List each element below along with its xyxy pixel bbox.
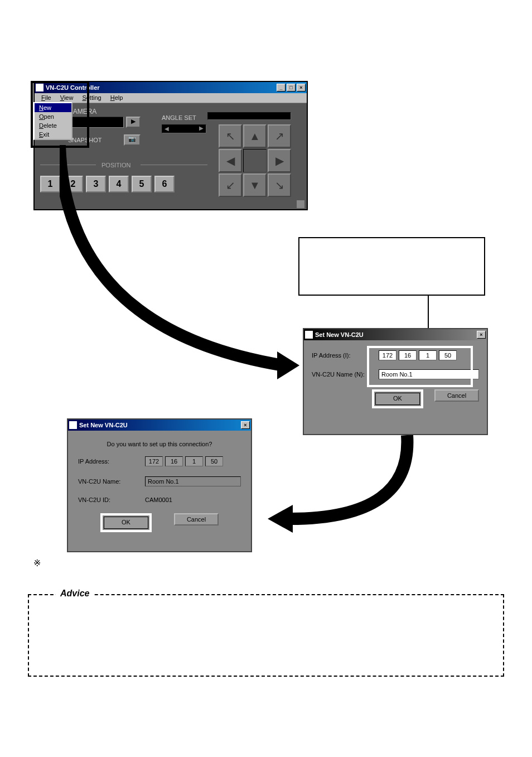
position-2[interactable]: 2	[63, 176, 83, 192]
name-label: VN-C2U Name:	[78, 478, 134, 485]
prompt-text: Do you want to set up this connection?	[78, 441, 241, 447]
app-icon	[69, 421, 77, 429]
dpad-center	[243, 149, 267, 172]
dialog-title: Set New VN-C2U	[315, 331, 364, 338]
menu-setting[interactable]: Setting	[78, 93, 105, 103]
controller-body: CAMERA ▶ SNAPSHOT 📷 ANGLE SET ◀▶ ↖ ▲ ↗ ◀…	[35, 103, 307, 210]
menubar: File View Setting Help	[35, 93, 307, 103]
dpad-right[interactable]: ▶	[268, 149, 291, 172]
position-buttons: 1 2 3 4 5 6	[40, 176, 175, 192]
set-new-dialog: Set New VN-C2U × IP Address (I): 172 16 …	[303, 328, 488, 435]
cancel-button[interactable]: Cancel	[434, 389, 479, 402]
svg-marker-1	[268, 505, 293, 533]
resize-grip[interactable]	[297, 200, 304, 208]
callout-box	[298, 237, 485, 296]
ok-button[interactable]: OK	[375, 393, 420, 405]
dpad-down[interactable]: ▼	[243, 173, 267, 197]
menu-delete[interactable]: Delete	[35, 121, 71, 130]
ip-display-4: 50	[205, 456, 223, 466]
menu-help[interactable]: Help	[106, 93, 128, 103]
name-input[interactable]: Room No.1	[379, 369, 479, 379]
dialog-title: Set New VN-C2U	[79, 422, 128, 428]
svg-marker-0	[277, 351, 299, 379]
advice-box	[28, 594, 504, 677]
ip-segment-4[interactable]: 50	[439, 350, 457, 360]
id-display: CAM0001	[145, 496, 172, 503]
angle-label: ANGLE SET	[162, 114, 196, 121]
minimize-button[interactable]: _	[277, 84, 286, 91]
angle-display	[207, 112, 291, 120]
divider	[141, 165, 207, 165]
divider	[40, 165, 96, 165]
flow-arrow-2	[262, 435, 418, 536]
app-icon	[305, 331, 313, 339]
name-display: Room No.1	[145, 476, 241, 486]
ok-highlight: OK	[372, 389, 423, 408]
menu-exit[interactable]: Exit	[35, 130, 71, 139]
close-button[interactable]: ×	[297, 84, 306, 91]
dpad-up-right[interactable]: ↗	[268, 124, 291, 148]
ip-label: IP Address:	[78, 458, 134, 465]
ok-button[interactable]: OK	[104, 517, 148, 529]
ip-display-3: 1	[185, 456, 203, 466]
position-3[interactable]: 3	[86, 176, 106, 192]
ip-segment-2[interactable]: 16	[399, 350, 417, 360]
menu-new[interactable]: New	[35, 103, 71, 112]
ok-highlight: OK	[100, 513, 152, 532]
close-button[interactable]: ×	[477, 331, 486, 339]
snapshot-button[interactable]: 📷	[124, 134, 141, 146]
file-dropdown: New Open Delete Exit	[33, 102, 72, 140]
titlebar: Set New VN-C2U ×	[304, 329, 487, 340]
position-label: POSITION	[101, 162, 131, 168]
confirm-dialog: Set New VN-C2U × Do you want to set up t…	[67, 418, 252, 552]
ip-display-1: 172	[145, 456, 163, 466]
dpad-down-right[interactable]: ↘	[268, 173, 291, 197]
position-1[interactable]: 1	[40, 176, 60, 192]
ip-segment-1[interactable]: 172	[379, 350, 396, 360]
position-4[interactable]: 4	[109, 176, 129, 192]
dpad-down-left[interactable]: ↙	[219, 173, 242, 197]
titlebar: VN-C2U Controller _ □ ×	[35, 82, 307, 93]
play-button[interactable]: ▶	[126, 117, 141, 128]
dpad-up-left[interactable]: ↖	[219, 124, 242, 148]
ip-label: IP Address (I):	[312, 352, 367, 359]
titlebar: Set New VN-C2U ×	[68, 420, 251, 431]
menu-view[interactable]: View	[56, 93, 78, 103]
id-label: VN-C2U ID:	[78, 496, 134, 503]
cancel-button[interactable]: Cancel	[174, 513, 219, 525]
position-5[interactable]: 5	[132, 176, 152, 192]
ip-segment-3[interactable]: 1	[419, 350, 437, 360]
app-icon	[36, 84, 43, 91]
close-button[interactable]: ×	[241, 421, 250, 429]
dpad: ↖ ▲ ↗ ◀ ▶ ↙ ▼ ↘	[219, 124, 291, 197]
menu-open[interactable]: Open	[35, 112, 71, 121]
ip-display-2: 16	[165, 456, 183, 466]
dpad-up[interactable]: ▲	[243, 124, 267, 148]
advice-label: Advice	[56, 589, 94, 599]
snapshot-label: SNAPSHOT	[68, 137, 102, 143]
name-label: VN-C2U Name (N):	[312, 371, 367, 378]
angle-arrows[interactable]: ◀▶	[162, 124, 206, 133]
menu-file[interactable]: File	[37, 93, 56, 103]
controller-window: VN-C2U Controller _ □ × File View Settin…	[33, 81, 308, 210]
window-title: VN-C2U Controller	[46, 84, 100, 91]
reference-mark: ※	[33, 558, 41, 568]
maximize-button[interactable]: □	[287, 84, 296, 91]
camera-display	[68, 117, 124, 128]
position-6[interactable]: 6	[154, 176, 175, 192]
dpad-left[interactable]: ◀	[219, 149, 242, 172]
